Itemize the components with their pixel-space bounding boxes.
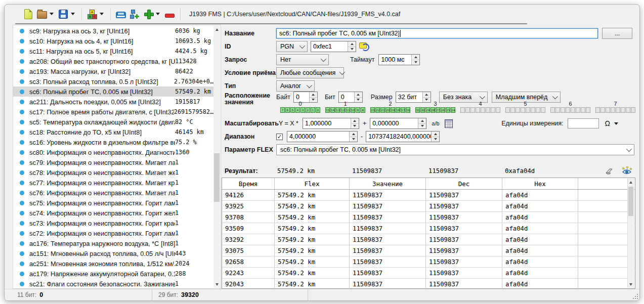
spinner-buttons[interactable] <box>351 118 359 128</box>
list-item[interactable]: sc5: Температура охлаждающей жидкости (д… <box>13 117 213 127</box>
scroll-down-icon[interactable] <box>628 281 634 288</box>
list-item[interactable]: sc11: Нагрузка на ось 5, кг [UInt16]4424… <box>13 46 213 56</box>
table-row[interactable]: 9350957549.2 km1150983711509837afa04d <box>222 223 635 234</box>
fraction-icon[interactable]: a/b <box>432 120 439 126</box>
save-button[interactable] <box>57 8 70 21</box>
bit-cell[interactable]: 13 <box>335 107 340 113</box>
eraser-icon[interactable] <box>604 167 614 175</box>
table-row[interactable]: 9204357549.2 km1150983711509837afa04d <box>222 279 635 290</box>
bit-cell[interactable]: 19 <box>391 107 395 113</box>
new-file-button[interactable] <box>22 8 35 21</box>
resize-grip[interactable] <box>633 294 638 299</box>
blocks-dropdown-caret[interactable] <box>100 13 104 15</box>
bit-cell[interactable] <box>576 107 580 113</box>
table-row[interactable]: 9307557549.2 km1150983711509837afa04d <box>222 245 635 256</box>
bit-cell[interactable]: 4 <box>295 107 300 113</box>
bit-cell[interactable]: 17 <box>401 107 405 113</box>
table-row[interactable]: 9265857549.2 km1150983711509837afa04d <box>222 256 635 268</box>
bit-cell[interactable] <box>600 107 605 113</box>
spinner-buttons[interactable] <box>349 132 357 142</box>
bit-cell[interactable]: 28 <box>431 107 435 113</box>
spinner-buttons[interactable] <box>411 55 419 65</box>
list-item[interactable]: sc80: Информация о неисправностях. Диагн… <box>13 147 213 157</box>
list-item[interactable]: sc77: Информация о неисправностях. Мигае… <box>13 178 213 188</box>
list-item[interactable]: sc9: Нагрузка на ось 3, кг [UInt16]6036 … <box>13 26 213 36</box>
bit-cell[interactable]: 6 <box>285 107 290 113</box>
more-button[interactable]: ... <box>602 28 632 39</box>
add-signal-button[interactable] <box>142 8 155 21</box>
id-type-select[interactable]: PGN <box>276 41 308 52</box>
bit-cell[interactable]: 15 <box>325 107 330 113</box>
list-item[interactable]: sc79: Информация о неисправностях. Мигае… <box>13 157 213 167</box>
bit-cell[interactable] <box>616 107 620 113</box>
bit-cell[interactable]: 27 <box>436 107 440 113</box>
list-item[interactable]: sc3: Полный расход топлива, 0.5 л [UInt3… <box>13 76 213 86</box>
bit-cell[interactable] <box>486 107 490 113</box>
list-scroll-thumb[interactable] <box>214 153 220 202</box>
bit-cell[interactable]: 16 <box>406 107 410 113</box>
bit-cell[interactable]: 20 <box>385 107 390 113</box>
scroll-up-icon[interactable] <box>213 26 220 33</box>
save-dropdown-caret[interactable] <box>71 13 75 15</box>
bit-cell[interactable] <box>561 107 565 113</box>
bit-cell[interactable] <box>626 107 630 113</box>
name-input[interactable]: sc6: Полный пробег ТС, 0.005 км [UInt32] <box>276 28 598 38</box>
scroll-down-icon[interactable] <box>213 281 220 288</box>
range-checkbox[interactable]: ✓ <box>276 134 283 140</box>
list-item[interactable]: sc78: Информация о неисправностях. Мигае… <box>13 167 213 178</box>
bit-cell[interactable] <box>586 107 590 113</box>
bit-cell[interactable] <box>631 107 635 113</box>
list-scrollbar[interactable] <box>213 26 220 288</box>
bit-cell[interactable]: 1 <box>311 107 315 113</box>
list-item[interactable]: ac251: Мгновенная экономия топлива, 1/51… <box>13 258 213 269</box>
spinner-buttons[interactable] <box>418 118 426 128</box>
bit-cell[interactable]: 9 <box>356 107 360 113</box>
scale-offset-spinner[interactable]: 0,000000 <box>370 118 426 129</box>
open-file-button[interactable] <box>35 8 49 21</box>
list-item[interactable]: sc76: Информация о неисправностях. Мигае… <box>13 188 213 198</box>
list-item[interactable]: ac211: Дальность поездки, 0,005 км [UInt… <box>13 97 213 107</box>
table-row[interactable]: 9224357549.2 km1150983711509837afa04d <box>222 268 635 279</box>
bit-cell[interactable]: 24 <box>451 107 455 113</box>
bit-cell[interactable] <box>460 107 465 113</box>
spinner-buttons[interactable] <box>348 41 356 52</box>
bit-cell[interactable]: 3 <box>300 107 305 113</box>
bit-cell[interactable]: 2 <box>306 107 310 113</box>
bit-cell[interactable] <box>470 107 475 113</box>
bit-cell[interactable]: 31 <box>415 107 420 113</box>
list-item[interactable]: sc21: Флаги состояния безопасности. Зажи… <box>13 279 213 289</box>
request-select[interactable]: Нет <box>276 54 329 65</box>
bit-cell[interactable] <box>481 107 485 113</box>
abc-blocks-button[interactable]: ABC <box>85 8 99 21</box>
table-row[interactable]: 9392557549.2 km1150983711509837afa04d <box>222 201 635 212</box>
bit-cell[interactable]: 21 <box>380 107 385 113</box>
range-max-spinner[interactable]: 107374182400,000000 <box>366 131 440 142</box>
range-min-spinner[interactable]: 4,000000 <box>287 131 358 142</box>
open-dropdown-caret[interactable] <box>50 13 54 15</box>
bit-cell[interactable]: 8 <box>361 107 365 113</box>
table-row[interactable]: 9329257549.2 km1150983711509837afa04d <box>222 234 635 245</box>
bit-cell[interactable] <box>510 107 515 113</box>
bit-cell[interactable]: 5 <box>290 107 295 113</box>
bit-cell[interactable] <box>550 107 555 113</box>
table-row[interactable]: 9370857549.2 km1150983711509837afa04d <box>222 212 635 223</box>
table-row[interactable]: 9412657549.2 km1150983711509837afa04d <box>222 190 635 201</box>
list-item[interactable]: sc17: Полное время работы двигателя, с [… <box>13 107 213 117</box>
flex-param-select[interactable]: sc6: Полный пробег ТС, 0.005 км [UInt32] <box>276 144 634 155</box>
bit-cell[interactable] <box>496 107 500 113</box>
bit-cell[interactable] <box>521 107 525 113</box>
bit-cell[interactable]: 25 <box>446 107 450 113</box>
bit-cell[interactable] <box>536 107 540 113</box>
bit-cell[interactable] <box>611 107 615 113</box>
bit-cell[interactable]: 26 <box>441 107 445 113</box>
list-item[interactable]: sc16: Уровень жидкости в дизельном фильт… <box>13 137 213 147</box>
list-item[interactable]: sc73: Информация о неисправностях. Горит… <box>13 218 213 228</box>
add-node-button[interactable] <box>128 8 141 21</box>
bit-cell[interactable]: 23 <box>370 107 375 113</box>
bit-cell[interactable]: 7 <box>280 107 285 113</box>
id-refresh-icon[interactable] <box>359 42 369 51</box>
bit-cell[interactable]: 29 <box>425 107 430 113</box>
type-select[interactable]: Аналог <box>276 80 315 92</box>
table-scroll-thumb[interactable] <box>628 187 633 216</box>
bit-cell[interactable] <box>621 107 625 113</box>
